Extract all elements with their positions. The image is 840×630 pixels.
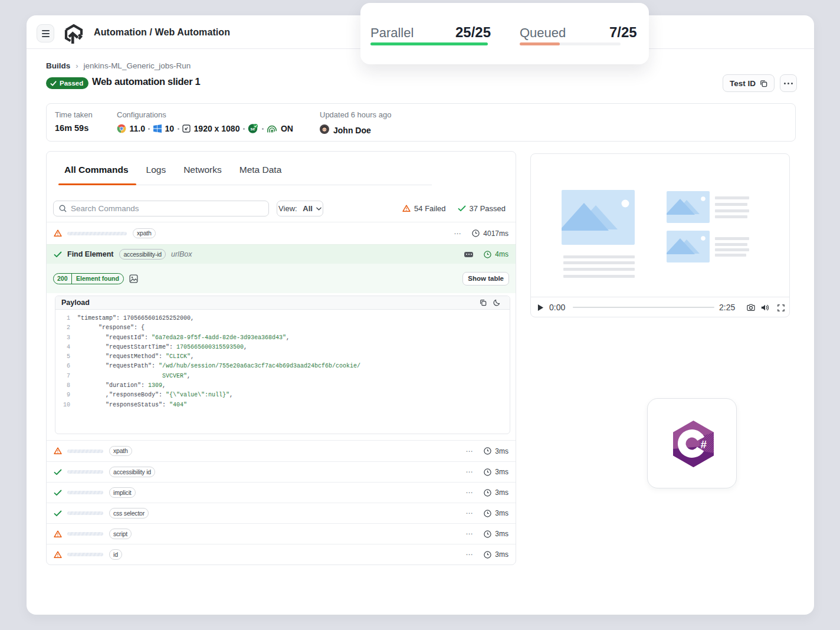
- svg-text:#: #: [701, 438, 707, 451]
